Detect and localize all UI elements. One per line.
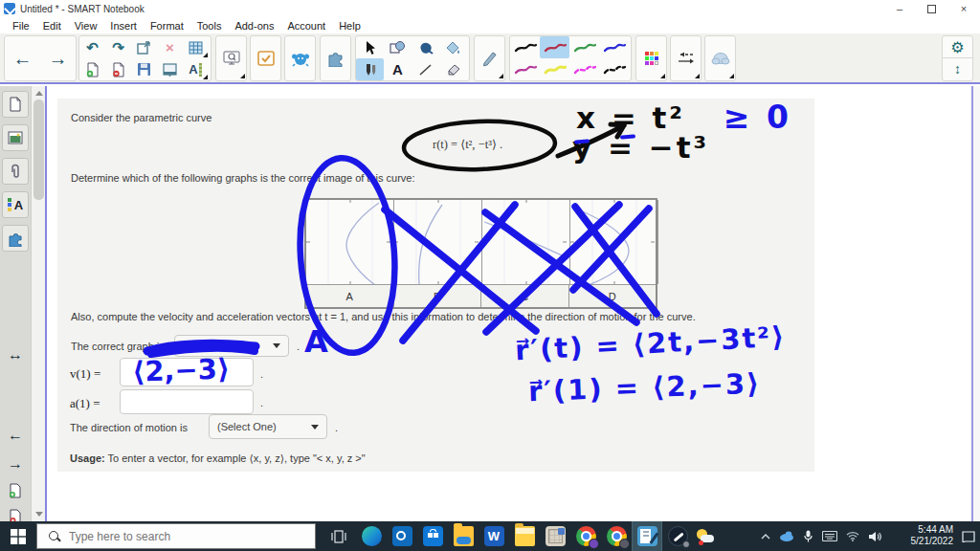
pen-green-icon[interactable] (569, 36, 599, 58)
response-check-icon[interactable] (251, 37, 280, 79)
search-input[interactable] (69, 530, 289, 543)
color-palette-icon[interactable] (636, 37, 666, 79)
line-style-icon[interactable] (671, 37, 701, 79)
correct-graph-label: The correct graph is (71, 341, 165, 352)
lab-group (284, 35, 316, 81)
pens-tool-icon[interactable] (356, 58, 384, 80)
taskbar-chrome-gray[interactable] (601, 521, 632, 551)
weather-button[interactable] (693, 521, 718, 551)
delete-page-icon[interactable] (105, 58, 131, 80)
eraser-icon[interactable] (439, 58, 467, 80)
menu-account[interactable]: Account (280, 20, 332, 32)
start-button[interactable] (0, 521, 36, 551)
pencil-icon[interactable] (475, 37, 504, 79)
close-button[interactable]: × (957, 3, 970, 14)
cloud-shape-icon[interactable] (705, 37, 735, 79)
tray-volume[interactable] (863, 521, 886, 551)
tray-device[interactable] (817, 521, 842, 551)
chevron-down-icon (311, 425, 319, 430)
pen-pink-dashed-icon[interactable] (569, 58, 599, 80)
fill-bucket-icon[interactable] (439, 36, 467, 58)
menu-view[interactable]: View (68, 20, 104, 32)
move-toolbar-icon[interactable]: ↕ (943, 57, 972, 78)
delete-icon[interactable]: × (157, 36, 183, 58)
add-page-icon[interactable] (79, 58, 105, 80)
screen-shade-icon[interactable] (157, 58, 183, 80)
taskbar-edge[interactable] (356, 521, 387, 551)
taskbar-outlook[interactable] (387, 521, 417, 551)
table-icon[interactable] (183, 36, 209, 58)
ink-answer-a: A (304, 323, 328, 360)
maximize-button[interactable] (927, 5, 936, 13)
taskbar-onedrive-folder[interactable] (448, 521, 479, 551)
store-icon (423, 526, 443, 546)
menu-insert[interactable]: Insert (103, 20, 144, 32)
next-page-icon[interactable]: → (2, 452, 29, 476)
menu-tools[interactable]: Tools (190, 20, 229, 32)
pen-yellow-icon[interactable] (540, 58, 569, 80)
pen-blue-icon[interactable] (599, 36, 629, 58)
ink-velocity-value: ⟨2,−3⟩ (131, 352, 230, 388)
minimize-button[interactable]: – (893, 3, 906, 14)
scroll-down-icon[interactable] (35, 512, 43, 517)
shape-pen-icon[interactable] (412, 36, 439, 58)
task-view-button[interactable] (323, 521, 354, 551)
vertical-scrollbar[interactable] (31, 86, 45, 521)
tray-onedrive[interactable] (775, 521, 798, 551)
tray-microphone[interactable] (798, 521, 817, 551)
taskbar-smart-ink[interactable] (662, 521, 693, 551)
action-center-button[interactable] (957, 521, 980, 551)
text-style-icon[interactable]: A (183, 58, 209, 80)
menu-help[interactable]: Help (332, 20, 368, 32)
menu-addons[interactable]: Add-ons (228, 20, 280, 32)
menu-file[interactable]: File (6, 20, 36, 32)
taskbar-clock[interactable]: 5:44 AM 5/21/2022 (911, 524, 954, 547)
word-icon: W (484, 526, 504, 546)
menu-format[interactable]: Format (144, 20, 190, 32)
usage-text: Usage: To enter a vector, for example ⟨x… (70, 452, 366, 465)
shapes-icon[interactable] (384, 36, 412, 58)
attachments-paperclip-icon[interactable] (2, 158, 29, 185)
screen-capture-icon[interactable] (216, 37, 246, 79)
taskbar-word[interactable]: W (479, 521, 509, 551)
gear-icon[interactable]: ⚙ (943, 36, 972, 57)
taskbar-chrome-purple[interactable] (570, 521, 601, 551)
properties-icon[interactable]: A (2, 191, 29, 218)
taskbar-grid-app[interactable] (540, 521, 570, 551)
select-cursor-icon[interactable] (356, 36, 384, 58)
pen-black-icon[interactable] (510, 36, 540, 58)
sidebar-add-page-icon[interactable] (2, 478, 29, 503)
text-tool-icon[interactable]: A (384, 58, 412, 80)
right-scrollbar-gutter[interactable] (973, 86, 980, 521)
pen-red-icon[interactable] (540, 36, 569, 58)
tray-network[interactable] (842, 521, 863, 551)
paste-icon[interactable] (131, 36, 157, 58)
back-arrow-icon[interactable]: ← (5, 37, 40, 79)
tray-expand-button[interactable] (756, 521, 775, 551)
redo-icon[interactable]: ↷ (105, 36, 131, 58)
line-tool-icon[interactable] (412, 58, 439, 80)
previous-page-icon[interactable]: ← (2, 423, 29, 448)
direction-dropdown[interactable]: (Select One) (209, 414, 327, 439)
menu-edit[interactable]: Edit (36, 20, 68, 32)
addons-puzzle-icon[interactable] (2, 225, 29, 252)
a-input[interactable] (120, 389, 254, 414)
taskbar-smart-notebook-active[interactable] (632, 521, 662, 551)
monster-mascot-icon[interactable] (285, 37, 315, 79)
puzzle-piece-icon[interactable] (321, 37, 350, 79)
pen-magenta-icon[interactable] (510, 58, 540, 80)
save-icon[interactable] (131, 58, 157, 80)
taskbar-file-explorer[interactable] (509, 521, 540, 551)
gallery-icon[interactable] (2, 124, 29, 151)
taskbar-search[interactable] (36, 523, 316, 549)
scroll-up-icon[interactable] (35, 91, 43, 96)
undo-icon[interactable]: ↶ (79, 36, 105, 58)
nav-group: ← → (4, 35, 77, 81)
pen-black-dashed-icon[interactable] (599, 58, 629, 80)
forward-arrow-icon[interactable]: → (40, 37, 76, 79)
resize-panel-icon[interactable]: ↔ (2, 342, 29, 367)
page-sorter-icon[interactable] (2, 91, 29, 118)
taskbar-store[interactable] (417, 521, 448, 551)
cloud-icon (779, 531, 795, 541)
scrollbar-thumb[interactable] (33, 99, 44, 200)
